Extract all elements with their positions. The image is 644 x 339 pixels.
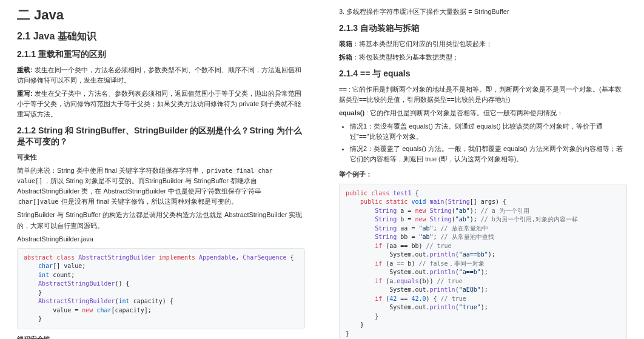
override-def: 重写: 发生在父子类中，方法名、参数列表必须相同，返回值范围小于等于父类，抛出的… [17, 89, 305, 119]
mutability-text: 简单的来说：String 类中使用 final 关键字字符数组保存字符串，pri… [17, 166, 305, 207]
section-2-1-4: 2.1.4 == 与 equals [339, 69, 627, 79]
example-heading: 举个例子： [339, 169, 627, 180]
code-equals-demo: public class test1 { public static void … [339, 184, 627, 339]
mutability-heading: 可变性 [17, 152, 305, 163]
equals-case-2: 情况2：类覆盖了 equals() 方法。一般，我们都覆盖 equals() 方… [350, 144, 627, 164]
mutability-text2: StringBuilder 与 StringBuffer 的构造方法都是调用父类… [17, 210, 305, 230]
source-file: AbstractStringBuilder.java [17, 234, 305, 244]
overload-def: 重载: 发生在同一个类中，方法名必须相同，参数类型不同、个数不同、顺序不同，方法… [17, 65, 305, 86]
left-column: 二 Java 2.1 Java 基础知识 2.1.1 重载和重写的区别 重载: … [0, 0, 322, 339]
equals-cases: 情况1：类没有覆盖 equals() 方法。则通过 equals() 比较该类的… [350, 121, 627, 164]
thread-heading: 线程安全性 [17, 334, 305, 339]
section-2-1-3: 2.1.3 自动装箱与拆箱 [339, 23, 627, 34]
stringbuffer-note: 3. 多线程操作字符串缓冲区下操作大量数据 = StringBuffer [339, 7, 627, 17]
section-2-1-2: 2.1.2 String 和 StringBuffer、StringBuilde… [17, 126, 305, 147]
override-text: 发生在父子类中，方法名、参数列表必须相同，返回值范围小于等于父类，抛出的异常范围… [17, 90, 301, 118]
unboxing-def: 拆箱：将包装类型转换为基本数据类型； [339, 52, 627, 62]
section-2-1: 2.1 Java 基础知识 [17, 30, 305, 43]
right-column: 3. 多线程操作字符串缓冲区下操作大量数据 = StringBuffer 2.1… [322, 0, 644, 339]
overload-text: 发生在同一个类中，方法名必须相同，参数类型不同、个数不同、顺序不同，方法返回值和… [17, 66, 301, 84]
boxing-def: 装箱：将基本类型用它们对应的引用类型包装起来； [339, 39, 627, 49]
chapter-title: 二 Java [17, 6, 305, 24]
section-2-1-1: 2.1.1 重载和重写的区别 [17, 49, 305, 60]
eq-op-def: == : 它的作用是判断两个对象的地址是不是相等。即，判断两个对象是不是同一个对… [339, 84, 627, 105]
equals-def: equals() : 它的作用也是判断两个对象是否相等。但它一般有两种使用情况： [339, 108, 627, 118]
code-abstract-sb: abstract class AbstractStringBuilder imp… [17, 248, 305, 329]
equals-case-1: 情况1：类没有覆盖 equals() 方法。则通过 equals() 比较该类的… [350, 121, 627, 142]
